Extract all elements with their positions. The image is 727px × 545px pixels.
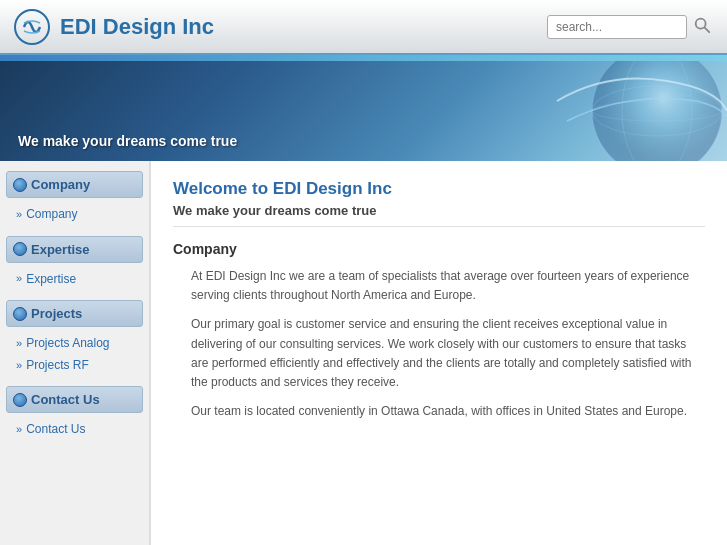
nav-links-projects: Projects Analog Projects RF [0,331,149,380]
sidebar: Company Company Expertise Expertise Proj… [0,161,150,545]
nav-section-contact: Contact Us Contact Us [0,386,149,445]
main-layout: Company Company Expertise Expertise Proj… [0,161,727,545]
search-area [547,14,713,39]
search-icon [693,16,711,34]
nav-links-company: Company [0,202,149,230]
content-para-1: At EDI Design Inc we are a team of speci… [173,267,705,305]
nav-link-projects-analog[interactable]: Projects Analog [16,333,141,355]
nav-section-expertise: Expertise Expertise [0,236,149,295]
banner-tagline: We make your dreams come true [18,133,237,149]
nav-links-contact: Contact Us [0,417,149,445]
content-para-2: Our primary goal is customer service and… [173,315,705,392]
nav-links-expertise: Expertise [0,267,149,295]
nav-header-contact[interactable]: Contact Us [6,386,143,413]
nav-link-expertise[interactable]: Expertise [16,269,141,291]
content-subtitle: We make your dreams come true [173,203,705,227]
header: EDI Design Inc [0,0,727,55]
content-area: Welcome to EDI Design Inc We make your d… [150,161,727,545]
nav-header-company[interactable]: Company [6,171,143,198]
nav-link-projects-rf[interactable]: Projects RF [16,355,141,377]
nav-label-expertise: Expertise [31,242,90,257]
nav-link-company[interactable]: Company [16,204,141,226]
search-input[interactable] [547,15,687,39]
nav-icon-expertise [13,242,27,256]
nav-header-projects[interactable]: Projects [6,300,143,327]
nav-label-projects: Projects [31,306,82,321]
svg-point-3 [592,61,722,161]
logo-area: EDI Design Inc [14,9,214,45]
nav-label-company: Company [31,177,90,192]
content-para-3: Our team is located conveniently in Otta… [173,402,705,421]
nav-section-company: Company Company [0,171,149,230]
nav-header-expertise[interactable]: Expertise [6,236,143,263]
svg-line-2 [705,28,710,33]
search-button[interactable] [691,14,713,39]
nav-icon-contact [13,393,27,407]
nav-label-contact: Contact Us [31,392,100,407]
content-section-title: Company [173,241,705,257]
site-title: EDI Design Inc [60,14,214,40]
nav-icon-company [13,178,27,192]
nav-section-projects: Projects Projects Analog Projects RF [0,300,149,380]
logo-icon [14,9,50,45]
banner: We make your dreams come true [0,61,727,161]
nav-link-contact[interactable]: Contact Us [16,419,141,441]
nav-icon-projects [13,307,27,321]
banner-globe [407,61,727,161]
content-title: Welcome to EDI Design Inc [173,179,705,199]
